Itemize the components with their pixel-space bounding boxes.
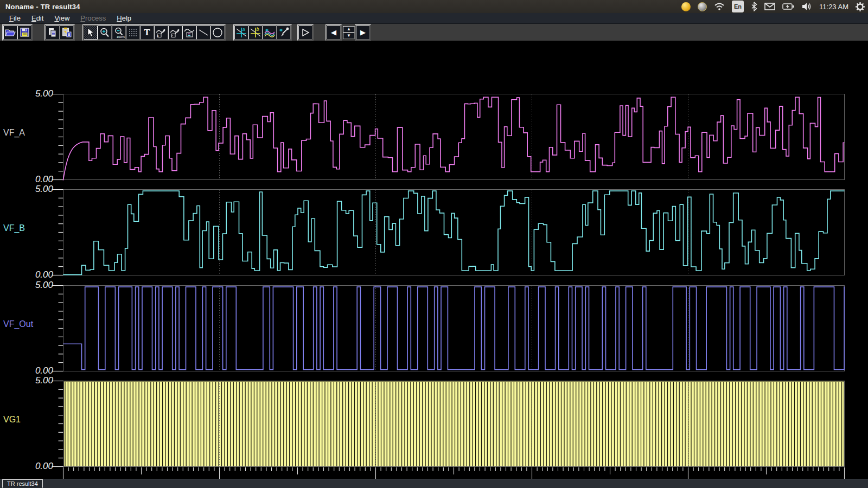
- play-icon: [301, 28, 310, 37]
- cursor-arrow-icon: [87, 28, 94, 37]
- menu-process: Process: [75, 14, 111, 23]
- menu-bar: FileEditViewProcessHelp: [0, 13, 868, 24]
- status-bar: TR result34: [0, 479, 868, 488]
- add-curves-button[interactable]: [263, 25, 277, 40]
- probe-icon: [278, 27, 290, 38]
- application-window: Noname - TR result34 En 11:23 AM: [0, 0, 868, 488]
- panel-plot-vf_b: [50, 189, 847, 277]
- system-tray: En 11:23 AM: [681, 0, 865, 13]
- menu-file[interactable]: File: [4, 14, 25, 23]
- open-button[interactable]: [3, 25, 17, 40]
- add-curves-icon: [264, 27, 276, 38]
- grid-dots-icon: [128, 28, 138, 37]
- cursor-b-button[interactable]: b: [248, 25, 263, 40]
- right-arrow-icon: ▶: [360, 29, 366, 36]
- up-arrow-icon: ▲: [347, 27, 351, 31]
- menu-view[interactable]: View: [49, 14, 74, 23]
- y-tick-label: 0.00: [18, 365, 53, 376]
- cursor-b-icon: b: [250, 27, 261, 38]
- clock[interactable]: 11:23 AM: [819, 1, 848, 12]
- menu-edit[interactable]: Edit: [27, 14, 48, 23]
- battery-icon[interactable]: [782, 1, 794, 12]
- cursor-a-button[interactable]: a: [234, 25, 248, 40]
- wifi-icon[interactable]: [714, 1, 725, 12]
- y-tick-label: 5.00: [18, 375, 53, 386]
- keyboard-layout-indicator[interactable]: En: [732, 1, 744, 12]
- circle-tool-button[interactable]: [210, 25, 225, 40]
- svg-text:a: a: [242, 27, 245, 32]
- floppy-icon: [20, 28, 29, 37]
- signal-label-vf_b: VF_B: [3, 223, 50, 233]
- y-tick-label: 0.00: [18, 174, 53, 185]
- save-button[interactable]: [17, 25, 31, 40]
- panel-plot-vf_out: [50, 285, 847, 373]
- copy-icon: [48, 28, 58, 37]
- zoom-out-100-button[interactable]: 100%: [112, 25, 126, 40]
- svg-text:b: b: [257, 27, 259, 32]
- window-title: Noname - TR result34: [5, 3, 80, 11]
- paste-button[interactable]: [60, 25, 74, 40]
- play-button[interactable]: [298, 25, 312, 40]
- result-tab[interactable]: TR result34: [2, 479, 43, 488]
- toolbar: 100% T a ?: [0, 24, 868, 41]
- menu-help[interactable]: Help: [112, 14, 136, 23]
- zoom-in-button[interactable]: [98, 25, 112, 40]
- bluetooth-icon[interactable]: [751, 1, 757, 12]
- spinner-up-button[interactable]: ▲: [343, 26, 355, 33]
- y-tick-label: 0.00: [18, 461, 53, 472]
- text-tool-icon: T: [144, 27, 150, 38]
- power-gear-icon[interactable]: [856, 1, 865, 12]
- signal-label-vf_out: VF_Out: [3, 319, 50, 329]
- y-tick-label: 5.00: [18, 184, 53, 195]
- diagram-help-sublabel: ?: [171, 34, 173, 37]
- zoom-100-label: 100%: [117, 35, 125, 38]
- grid-button[interactable]: [126, 25, 140, 40]
- line-tool-button[interactable]: [196, 25, 210, 40]
- cursor-a-icon: a: [235, 27, 247, 38]
- y-tick-label: 5.00: [18, 280, 53, 291]
- spinner-down-button[interactable]: ▼: [343, 33, 355, 39]
- probe-button[interactable]: [277, 25, 291, 40]
- title-bar: Noname - TR result34 En 11:23 AM: [0, 0, 868, 13]
- line-icon: [198, 27, 209, 38]
- signal-label-vf_a: VF_A: [3, 128, 50, 138]
- app-indicator-icon[interactable]: [681, 1, 691, 12]
- down-arrow-icon: ▼: [347, 33, 351, 38]
- diagram-a-sublabel: a: [157, 34, 158, 37]
- export-diagram-a-button[interactable]: a: [154, 25, 168, 40]
- signal-label-vg1: VG1: [3, 415, 50, 425]
- legend-button[interactable]: [182, 25, 196, 40]
- panel-plot-vf_a: [50, 94, 847, 181]
- y-tick-label: 5.00: [18, 88, 53, 99]
- page-left-button[interactable]: ◀: [327, 25, 341, 40]
- y-tick-label: 0.00: [18, 269, 53, 280]
- session-indicator-icon[interactable]: [698, 1, 707, 12]
- waveform-viewer: Time (s) VF_A5.000.00VF_B5.000.00VF_Out5…: [0, 41, 868, 479]
- export-diagram-help-button[interactable]: ?: [168, 25, 182, 40]
- text-tool-button[interactable]: T: [140, 25, 154, 40]
- left-arrow-icon: ◀: [331, 29, 336, 36]
- select-cursor-button[interactable]: [84, 25, 98, 40]
- circle-icon: [212, 27, 223, 38]
- mail-icon[interactable]: [764, 1, 775, 12]
- panel-plot-vg1: [50, 381, 847, 468]
- page-spinner: ▲ ▼: [343, 26, 355, 39]
- open-folder-icon: [5, 28, 16, 37]
- legend-icon: [184, 27, 195, 38]
- zoom-in-icon: [99, 27, 110, 38]
- paste-icon: [62, 27, 72, 37]
- volume-icon[interactable]: [801, 1, 812, 12]
- page-right-button[interactable]: ▶: [356, 25, 370, 40]
- copy-button[interactable]: [46, 25, 60, 40]
